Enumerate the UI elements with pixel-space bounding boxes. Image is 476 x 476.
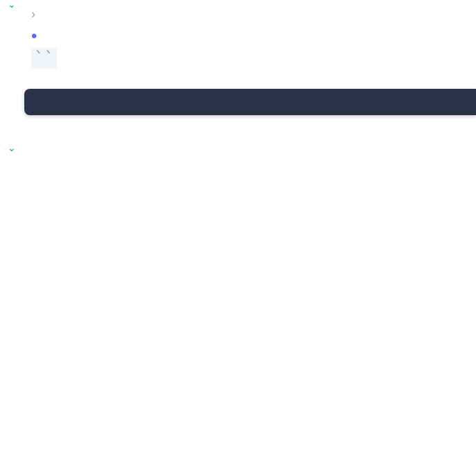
chevron-down-icon[interactable]: ⌄ bbox=[8, 143, 16, 153]
bullet-icon: • bbox=[31, 26, 37, 45]
task-line[interactable]: • bbox=[31, 26, 476, 46]
blockquote-line[interactable]: › bbox=[31, 4, 476, 24]
codeblock-row[interactable]: ⌄ bbox=[24, 89, 476, 115]
backtick-icon: ` bbox=[34, 49, 44, 68]
blockquote-marker-icon: › bbox=[31, 7, 35, 21]
inline-code: `` bbox=[31, 48, 57, 69]
chevron-down-icon[interactable]: ⌄ bbox=[8, 0, 16, 9]
editor-pane[interactable]: ⌄ › • `` ⌄ bbox=[0, 4, 476, 115]
code-block[interactable] bbox=[24, 89, 476, 115]
backtick-icon: ` bbox=[44, 49, 53, 68]
normal-text-line[interactable]: `` bbox=[31, 49, 476, 68]
